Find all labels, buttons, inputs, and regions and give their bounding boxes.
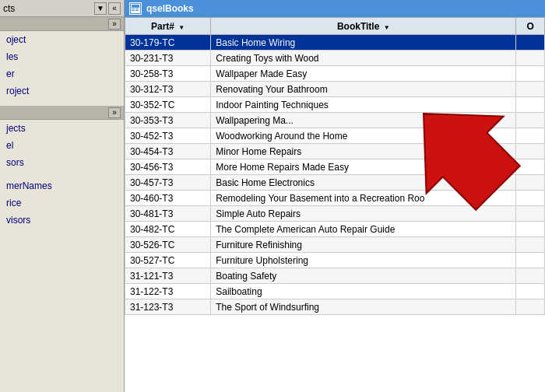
cell-other-10 (516, 191, 545, 206)
cell-other-2 (516, 66, 545, 82)
cell-title-12: The Complete American Auto Repair Guide (211, 222, 516, 237)
cell-part-2: 30-258-T3 (125, 66, 211, 82)
table-row[interactable]: 31-121-T3Boating Safety (125, 268, 545, 284)
col-header-title[interactable]: BookTitle ▼ (211, 18, 516, 35)
cell-part-5: 30-353-T3 (125, 113, 211, 128)
table-row[interactable]: 30-353-T3Wallpapering Ma... (125, 113, 545, 128)
main-content: qselBooks Part# ▼ BookTitle ▼ O (125, 0, 545, 392)
cell-title-16: Sailboating (211, 284, 516, 299)
sort-arrow-part: ▼ (178, 24, 185, 31)
titlebar-text: qselBooks (146, 3, 194, 14)
cell-title-17: The Sport of Windsurfing (211, 299, 516, 315)
cell-title-6: Woodworking Around the Home (211, 128, 516, 144)
cell-part-7: 30-454-T3 (125, 144, 211, 159)
cell-part-6: 30-452-T3 (125, 128, 211, 144)
cell-part-9: 30-457-T3 (125, 175, 211, 191)
sort-arrow-title: ▼ (384, 24, 390, 31)
cell-part-12: 30-482-TC (125, 222, 211, 237)
table-row[interactable]: 31-123-T3The Sport of Windsurfing (125, 299, 545, 315)
cell-part-1: 30-231-T3 (125, 51, 211, 66)
cell-title-4: Indoor Painting Techniques (211, 97, 516, 113)
sidebar-item-0[interactable]: oject (0, 31, 124, 48)
sidebar-item-6[interactable]: sors (0, 154, 124, 171)
cell-title-13: Furniture Refinishing (211, 237, 516, 253)
sidebar-header: cts ▼ « (0, 0, 124, 17)
sidebar-controls: ▼ « (94, 2, 121, 15)
cell-other-1 (516, 51, 545, 66)
cell-title-3: Renovating Your Bathroom (211, 82, 516, 97)
sidebar-section1-toggle[interactable]: » (108, 19, 121, 30)
table-row[interactable]: 30-527-TCFurniture Upholstering (125, 253, 545, 268)
table-row[interactable]: 30-526-TCFurniture Refinishing (125, 237, 545, 253)
cell-title-5: Wallpapering Ma... (211, 113, 516, 128)
col-header-other[interactable]: O (516, 18, 545, 35)
table-row[interactable]: 30-179-TCBasic Home Wiring (125, 35, 545, 51)
table-row[interactable]: 30-454-T3Minor Home Repairs (125, 144, 545, 159)
table-row[interactable]: 30-452-T3Woodworking Around the Home (125, 128, 545, 144)
cell-other-6 (516, 128, 545, 144)
cell-title-0: Basic Home Wiring (211, 35, 516, 51)
svg-rect-2 (132, 5, 139, 8)
sidebar: cts ▼ « » oject les er roject » jects el… (0, 0, 125, 392)
cell-other-7 (516, 144, 545, 159)
cell-title-10: Remodeling Your Basement into a Recreati… (211, 191, 516, 206)
cell-title-2: Wallpaper Made Easy (211, 66, 516, 82)
table-row[interactable]: 30-481-T3Simple Auto Repairs (125, 206, 545, 222)
cell-part-4: 30-352-TC (125, 97, 211, 113)
table-row[interactable]: 30-352-TCIndoor Painting Techniques (125, 97, 545, 113)
cell-other-15 (516, 268, 545, 284)
col-header-part[interactable]: Part# ▼ (125, 18, 211, 35)
cell-part-0: 30-179-TC (125, 35, 211, 51)
svg-rect-4 (135, 9, 139, 9)
sidebar-section1-header: » (0, 17, 124, 31)
sidebar-item-1[interactable]: les (0, 48, 124, 65)
table-row[interactable]: 30-456-T3More Home Repairs Made Easy (125, 159, 545, 175)
cell-title-15: Boating Safety (211, 268, 516, 284)
cell-other-16 (516, 284, 545, 299)
cell-other-5 (516, 113, 545, 128)
table-row[interactable]: 30-460-T3Remodeling Your Basement into a… (125, 191, 545, 206)
sidebar-pin-btn[interactable]: « (108, 2, 121, 15)
cell-other-13 (516, 237, 545, 253)
cell-other-12 (516, 222, 545, 237)
cell-part-16: 31-122-T3 (125, 284, 211, 299)
sidebar-collapse-btn[interactable]: ▼ (94, 2, 107, 15)
sidebar-item-7[interactable]: merNames (0, 177, 124, 194)
titlebar-icon (129, 2, 142, 15)
cell-title-8: More Home Repairs Made Easy (211, 159, 516, 175)
cell-part-3: 30-312-T3 (125, 82, 211, 97)
cell-part-8: 30-456-T3 (125, 159, 211, 175)
table-row[interactable]: 31-122-T3Sailboating (125, 284, 545, 299)
cell-other-8 (516, 159, 545, 175)
sidebar-item-9[interactable]: visors (0, 212, 124, 229)
sidebar-section2-header: » (0, 106, 124, 120)
cell-title-14: Furniture Upholstering (211, 253, 516, 268)
cell-other-14 (516, 253, 545, 268)
title-bar: qselBooks (125, 0, 545, 17)
cell-part-14: 30-527-TC (125, 253, 211, 268)
table-row[interactable]: 30-312-T3Renovating Your Bathroom (125, 82, 545, 97)
sidebar-item-3[interactable]: roject (0, 82, 124, 100)
cell-other-0 (516, 35, 545, 51)
table-row[interactable]: 30-258-T3Wallpaper Made Easy (125, 66, 545, 82)
table-row[interactable]: 30-457-T3Basic Home Electronics (125, 175, 545, 191)
cell-other-11 (516, 206, 545, 222)
cell-title-11: Simple Auto Repairs (211, 206, 516, 222)
sidebar-item-4[interactable]: jects (0, 120, 124, 137)
cell-other-9 (516, 175, 545, 191)
sidebar-section2-toggle[interactable]: » (108, 107, 121, 118)
sidebar-title: cts (3, 3, 15, 14)
sidebar-item-2[interactable]: er (0, 65, 124, 82)
cell-part-17: 31-123-T3 (125, 299, 211, 315)
cell-title-1: Creating Toys with Wood (211, 51, 516, 66)
data-table: Part# ▼ BookTitle ▼ O 30-179-TCBasic Hom… (125, 17, 545, 315)
cell-part-15: 31-121-T3 (125, 268, 211, 284)
cell-part-10: 30-460-T3 (125, 191, 211, 206)
cell-title-7: Minor Home Repairs (211, 144, 516, 159)
cell-part-11: 30-481-T3 (125, 206, 211, 222)
table-row[interactable]: 30-482-TCThe Complete American Auto Repa… (125, 222, 545, 237)
table-row[interactable]: 30-231-T3Creating Toys with Wood (125, 51, 545, 66)
svg-rect-6 (135, 10, 139, 11)
sidebar-item-8[interactable]: rice (0, 194, 124, 212)
sidebar-item-5[interactable]: el (0, 137, 124, 154)
